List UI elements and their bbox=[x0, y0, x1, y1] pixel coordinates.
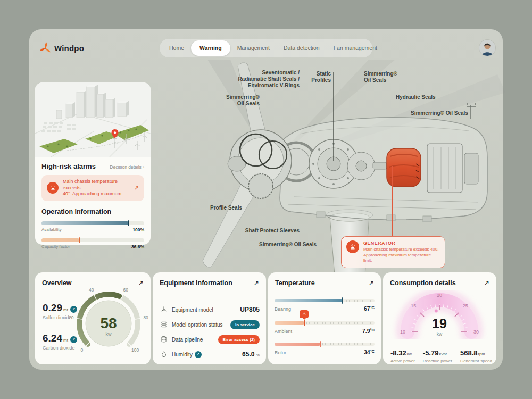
svg-text:58: 58 bbox=[100, 315, 117, 331]
generator-alert-title: GENERATOR bbox=[363, 240, 440, 246]
ambient-group: ⚠ Ambient7.9°C bbox=[275, 321, 375, 334]
humidity-label: Humidity bbox=[172, 352, 193, 358]
active-power-value: -8.32 bbox=[390, 349, 406, 357]
generator-alert-line bbox=[392, 166, 393, 236]
rotor-group: Rotor34°C bbox=[275, 343, 375, 355]
consumption-stats: -8.32kw Active power -5.79kVar Reactive … bbox=[390, 348, 492, 363]
warning-icon: ⚠ bbox=[300, 310, 309, 318]
svg-text:40: 40 bbox=[89, 287, 94, 293]
city-map-image bbox=[35, 82, 151, 157]
equipment-model-row: Equipment model UP805 bbox=[160, 304, 260, 315]
ambient-label: Ambient bbox=[275, 329, 292, 334]
carbon-value: 6.24 bbox=[43, 332, 62, 344]
humidity-value: 65.0 bbox=[242, 351, 254, 358]
error-access-pill[interactable]: Error access (2) bbox=[218, 335, 260, 344]
diagram-label-simmerring-left: Simmerring® Oil Seals bbox=[226, 94, 260, 107]
overview-card: Overview 0.29mt Sulfur dioxide 6.24mt Ca… bbox=[35, 272, 151, 364]
leader-line bbox=[333, 72, 334, 161]
active-power-label: Active power bbox=[390, 359, 415, 363]
generator-speed-label: Generator speed bbox=[460, 359, 492, 363]
alert-open-icon[interactable]: ↗ bbox=[134, 185, 139, 192]
operation-status-label: Model opration status bbox=[172, 322, 223, 328]
data-pipeline-label: Data pipeline bbox=[172, 337, 203, 343]
diagram-label-simmerring-top: Simmerring® Oil Seals bbox=[364, 71, 397, 84]
tab-data-detection[interactable]: Data detection bbox=[277, 40, 327, 56]
availability-label: Availability bbox=[41, 227, 62, 232]
ambient-unit: °C bbox=[370, 328, 375, 332]
avatar-image bbox=[479, 40, 495, 56]
availability-meter bbox=[41, 221, 144, 225]
equipment-card: Equipment information Equipment model UP… bbox=[153, 272, 266, 364]
generator-alert-message: Main chassis temperature exceeds 400. Ap… bbox=[363, 247, 440, 264]
active-power-unit: kw bbox=[407, 352, 412, 356]
reactive-power-value: -5.79 bbox=[423, 349, 439, 357]
equipment-model-value: UP805 bbox=[240, 306, 260, 313]
expand-icon[interactable] bbox=[254, 280, 259, 286]
consumption-card: Consumption details 101520253019kw -8.32… bbox=[383, 272, 496, 364]
equipment-title: Equipment information bbox=[160, 279, 232, 287]
user-avatar[interactable] bbox=[479, 40, 495, 56]
rotor-label: Rotor bbox=[275, 350, 286, 355]
database-icon bbox=[160, 336, 168, 343]
in-service-pill: In service bbox=[230, 320, 260, 329]
svg-text:60: 60 bbox=[123, 287, 128, 293]
diagram-label-simmerring-right: Simmerring® Oil Seals bbox=[411, 110, 468, 117]
reactive-power-unit: kVar bbox=[439, 352, 447, 356]
turbine-icon bbox=[160, 306, 168, 313]
svg-text:kw: kw bbox=[437, 331, 443, 337]
high-risk-alarms-title: High-risk alarms bbox=[41, 162, 96, 170]
reactive-power-stat: -5.79kVar Reactive power bbox=[423, 348, 452, 363]
siren-alarm-icon bbox=[346, 240, 359, 253]
power-gauge: 02040608010058kw bbox=[66, 281, 151, 366]
tab-warning[interactable]: Warning bbox=[191, 40, 230, 56]
svg-text:100: 100 bbox=[131, 347, 139, 353]
availability-value: 100% bbox=[132, 227, 144, 232]
wind-turbine-logo-icon bbox=[40, 42, 51, 54]
svg-text:kw: kw bbox=[106, 331, 112, 337]
app-root: Windpo Home Warning Management Data dete… bbox=[0, 0, 532, 399]
leader-line bbox=[393, 95, 393, 142]
leader-line bbox=[244, 161, 244, 213]
diagram-label-simmerring-bottom: Simmerring® Oil Seals bbox=[259, 242, 317, 248]
bearing-unit: °C bbox=[370, 305, 375, 310]
bearing-value: 67 bbox=[364, 305, 370, 312]
svg-text:30: 30 bbox=[473, 329, 479, 335]
diagram-label-hydraulic-seals: Hydraulic Seals bbox=[396, 94, 435, 101]
humidity-link-icon[interactable] bbox=[195, 351, 202, 358]
leader-line bbox=[302, 209, 302, 235]
humidity-row: Humidity 65.0 % bbox=[160, 349, 260, 360]
svg-text:0: 0 bbox=[80, 347, 83, 353]
chassis-alert[interactable]: Main chassis temperature exceeds 40°. Ap… bbox=[41, 175, 144, 201]
humidity-unit: % bbox=[256, 353, 260, 357]
svg-text:19: 19 bbox=[432, 316, 447, 331]
sulfur-value: 0.29 bbox=[43, 302, 62, 313]
leader-line bbox=[319, 215, 319, 249]
bearing-group: Bearing67°C bbox=[275, 299, 375, 312]
layers-icon bbox=[160, 321, 168, 328]
leader-line bbox=[262, 95, 262, 146]
tab-management[interactable]: Management bbox=[230, 40, 277, 56]
operation-info-title: Operation information bbox=[41, 208, 144, 215]
leader-line bbox=[408, 111, 408, 203]
leader-line bbox=[302, 71, 302, 140]
brand-logo: Windpo bbox=[40, 42, 84, 54]
capacity-label: Capacity factor bbox=[41, 244, 70, 250]
svg-text:20: 20 bbox=[437, 293, 442, 298]
diagram-label-profile-seals: Profile Seals bbox=[210, 205, 242, 211]
diagram-label-shaft-protect: Shaft Protect Sleeves bbox=[245, 228, 300, 234]
sidebar-card: High-risk alarms Decision details Main c… bbox=[35, 82, 151, 245]
reactive-power-label: Reactive power bbox=[423, 359, 452, 363]
expand-icon[interactable] bbox=[369, 280, 374, 286]
generator-speed-stat: 568.8rpm Generator speed bbox=[460, 348, 492, 363]
svg-text:25: 25 bbox=[463, 303, 468, 309]
decision-details-link[interactable]: Decision details bbox=[110, 164, 144, 170]
tab-fan-management[interactable]: Fan management bbox=[327, 40, 384, 56]
svg-text:20: 20 bbox=[69, 315, 74, 320]
rotor-value: 34 bbox=[364, 349, 370, 355]
generator-speed-unit: rpm bbox=[478, 352, 485, 356]
active-power-stat: -8.32kw Active power bbox=[390, 348, 415, 363]
capacity-meter bbox=[41, 238, 144, 242]
ambient-value: 7.9 bbox=[362, 328, 370, 334]
svg-text:80: 80 bbox=[143, 315, 148, 320]
tab-home[interactable]: Home bbox=[162, 40, 191, 56]
